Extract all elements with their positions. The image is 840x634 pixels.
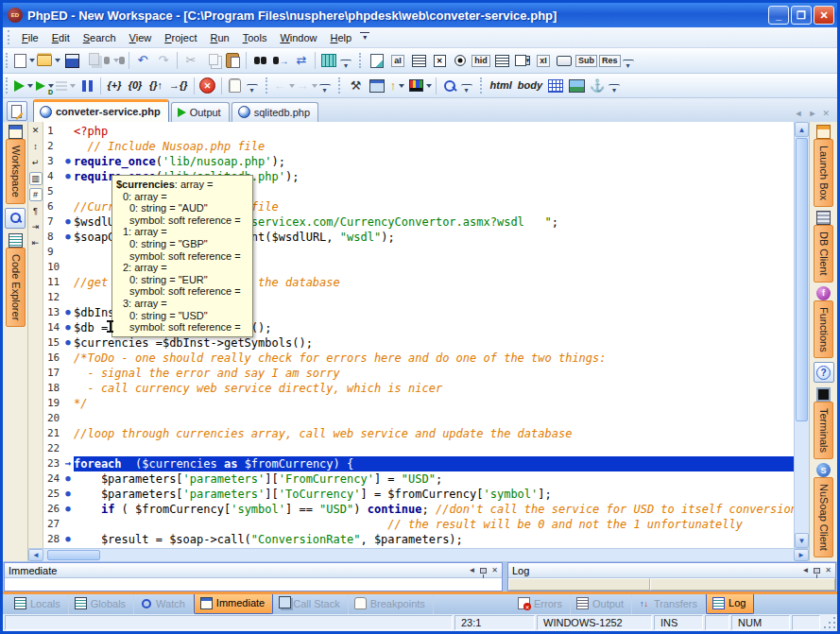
dropdown-arrow-icon[interactable] xyxy=(70,84,76,88)
settings-button[interactable] xyxy=(368,77,386,95)
tab-call-stack[interactable]: Call Stack xyxy=(273,594,349,614)
statement-marker-icon[interactable]: ● xyxy=(62,154,74,169)
dock-tab-terminals[interactable]: Terminals xyxy=(814,387,833,459)
find-button[interactable] xyxy=(250,51,269,70)
html-tag-button[interactable]: html xyxy=(489,77,514,95)
tab-scroll-right-button[interactable]: ► xyxy=(809,109,817,118)
immediate-panel-content[interactable] xyxy=(5,578,502,591)
step-into-button[interactable]: {+} xyxy=(105,77,124,95)
help-icon-button[interactable]: ? xyxy=(814,362,834,383)
menu-window[interactable]: Window xyxy=(273,30,323,45)
step-out-button[interactable]: {}↑ xyxy=(146,77,165,95)
word-wrap-icon[interactable]: ↵ xyxy=(29,156,43,169)
code-text[interactable]: $parameters['parameters']['ToCurrency'] … xyxy=(74,487,794,502)
code-text[interactable]: /*ToDo - one should really check for err… xyxy=(74,351,794,366)
save-all-button[interactable] xyxy=(83,51,102,70)
code-text[interactable]: $result = $soap->call("ConversionRate", … xyxy=(74,532,794,547)
tab-output[interactable]: Output xyxy=(171,102,230,122)
code-text[interactable]: */ xyxy=(74,396,794,411)
back-button[interactable]: ← xyxy=(274,77,295,95)
log-column-header[interactable] xyxy=(508,578,650,591)
horizontal-scroll-track[interactable] xyxy=(101,549,794,561)
insert-reset-button[interactable]: Res xyxy=(599,51,621,70)
dropdown-arrow-icon[interactable] xyxy=(312,84,317,88)
tab-scroll-left-button[interactable]: ◄ xyxy=(795,109,803,118)
menu-search[interactable]: Search xyxy=(77,30,123,45)
tab-sqlitedb[interactable]: sqlitedb.php xyxy=(231,102,318,122)
close-button[interactable]: ✕ xyxy=(814,6,834,25)
search-icon-button[interactable] xyxy=(5,208,26,229)
profiler-button[interactable] xyxy=(56,77,76,95)
insert-combobox-button[interactable] xyxy=(513,51,532,70)
scroll-right-icon[interactable]: ► xyxy=(794,549,809,561)
code-text[interactable]: <?php xyxy=(74,124,794,139)
tab-close-button[interactable]: ✕ xyxy=(822,109,830,118)
close-editor-icon[interactable]: ✕ xyxy=(29,124,43,137)
redo-button[interactable]: ↷ xyxy=(154,51,173,70)
statement-marker-icon[interactable]: ● xyxy=(62,502,74,517)
overflow-chevron-icon[interactable]: ▾ xyxy=(461,84,472,95)
scroll-up-icon[interactable]: ▲ xyxy=(795,122,809,137)
insert-select-button[interactable] xyxy=(492,51,511,70)
scroll-down-icon[interactable]: ▼ xyxy=(795,533,809,548)
overflow-chevron-icon[interactable]: ▾ xyxy=(340,60,351,71)
insert-table-button[interactable] xyxy=(546,77,565,95)
zoom-refresh-button[interactable] xyxy=(440,77,459,95)
vertical-scrollbar[interactable]: ▲ ▼ xyxy=(794,122,809,548)
tools-button[interactable]: ⚒ xyxy=(347,77,366,95)
log-pin-panel-button[interactable] xyxy=(814,568,820,574)
run-button[interactable] xyxy=(14,77,33,95)
insert-button-button[interactable] xyxy=(555,51,574,70)
copy-button[interactable] xyxy=(202,51,221,70)
code-text[interactable]: // the result will be 0 and not the 1 un… xyxy=(74,517,794,532)
log-column-header[interactable] xyxy=(650,578,835,591)
code-text[interactable] xyxy=(74,441,794,456)
statement-marker-icon[interactable]: ● xyxy=(62,471,74,487)
step-over-button[interactable]: {0} xyxy=(126,77,145,95)
vertical-scroll-thumb[interactable] xyxy=(796,138,808,421)
cut-button[interactable]: ✂ xyxy=(181,51,200,70)
menu-tools[interactable]: Tools xyxy=(236,30,274,45)
code-text[interactable]: if ( $fromCurrency['symbol'] == "USD") c… xyxy=(74,502,794,517)
overflow-chevron-icon[interactable]: ▾ xyxy=(609,84,620,95)
body-tag-button[interactable]: body xyxy=(516,77,544,95)
code-text[interactable]: $currencies =$dbInst->getSymbols(); xyxy=(74,335,794,351)
insert-listbox-button[interactable] xyxy=(409,51,428,70)
replace-button[interactable]: ⇄ xyxy=(292,51,311,70)
break-hand-button[interactable] xyxy=(226,77,245,95)
statement-marker-icon[interactable]: ● xyxy=(62,305,74,320)
code-text[interactable]: require_once('lib/nusoap.php'); xyxy=(74,154,794,169)
forward-button[interactable]: → xyxy=(297,77,317,95)
horizontal-scroll-thumb[interactable] xyxy=(47,550,100,560)
log-close-panel-button[interactable]: ✕ xyxy=(825,566,831,574)
insert-hidden-button[interactable]: hid xyxy=(471,51,490,70)
overflow-chevron-icon[interactable]: ▾ xyxy=(319,84,331,95)
tab-immediate[interactable]: Immediate xyxy=(194,594,273,614)
statement-marker-icon[interactable]: ● xyxy=(62,320,74,335)
menu-overflow-icon[interactable]: ▾ xyxy=(360,32,369,43)
code-text[interactable]: - signal the error and say I am sorry xyxy=(74,366,794,381)
title-bar[interactable]: ED PhpED - New Workspace - [C:\Program F… xyxy=(3,3,837,27)
run-in-debugger-button[interactable] xyxy=(35,77,54,95)
dropdown-arrow-icon[interactable] xyxy=(426,84,432,88)
find-in-files-button[interactable] xyxy=(104,51,125,70)
insert-checkbox-button[interactable] xyxy=(430,51,449,70)
dropdown-arrow-icon[interactable] xyxy=(55,59,60,62)
dropdown-arrow-icon[interactable] xyxy=(48,84,54,88)
insert-image-button[interactable] xyxy=(567,77,586,95)
insert-label-button[interactable]: aI xyxy=(388,51,407,70)
menu-help[interactable]: Help xyxy=(324,30,359,45)
split-editor-icon[interactable]: ↕ xyxy=(29,140,43,153)
statement-marker-icon[interactable]: ● xyxy=(62,230,74,245)
code-editor[interactable]: $currencies: array =0: array =0: string … xyxy=(43,122,794,548)
menu-run[interactable]: Run xyxy=(204,30,236,45)
tab-errors[interactable]: Errors xyxy=(512,594,571,614)
code-text[interactable]: $parameters['parameters']['FromCurrency'… xyxy=(74,471,794,487)
indent-icon[interactable]: ⇥ xyxy=(29,220,43,233)
statement-marker-icon[interactable]: ● xyxy=(62,532,74,547)
horizontal-scrollbar[interactable]: ◄ ► xyxy=(28,548,809,561)
colors-button[interactable] xyxy=(409,77,432,95)
vertical-scroll-track[interactable] xyxy=(795,422,809,533)
immediate-close-panel-button[interactable]: ✕ xyxy=(491,566,498,574)
dock-tab-workspace[interactable]: Workspace xyxy=(6,125,26,204)
